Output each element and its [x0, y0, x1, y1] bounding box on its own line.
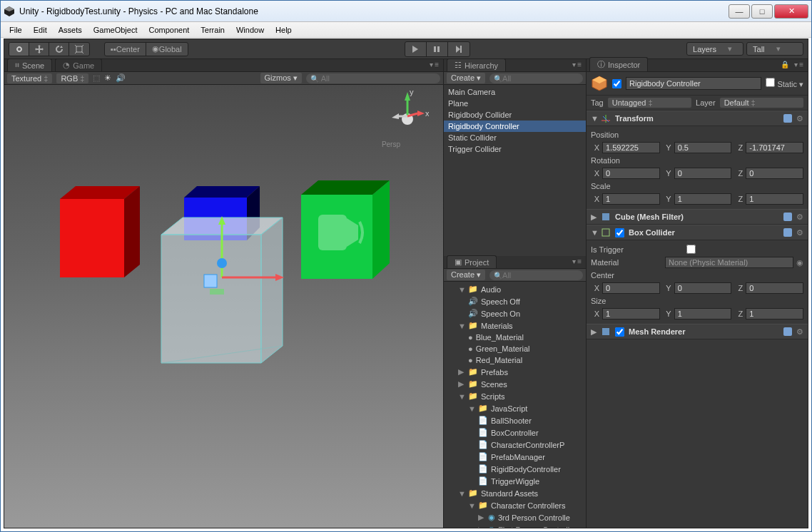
step-button[interactable]	[448, 42, 470, 56]
gameobject-active-checkbox[interactable]	[612, 79, 621, 88]
object-picker-icon[interactable]: ◉	[796, 258, 803, 267]
menu-edit[interactable]: Edit	[29, 24, 51, 36]
box-collider-enabled-checkbox[interactable]	[615, 228, 624, 237]
hierarchy-item-selected[interactable]: Rigidbody Controller	[444, 121, 586, 132]
window-minimize-button[interactable]: —	[729, 4, 750, 19]
mesh-renderer-enabled-checkbox[interactable]	[615, 327, 624, 337]
project-folder[interactable]: ▼📁Scripts	[444, 390, 586, 402]
help-icon[interactable]	[783, 327, 792, 336]
scene-tab[interactable]: ⌗Scene	[7, 58, 52, 71]
menu-terrain[interactable]: Terrain	[196, 24, 229, 36]
mesh-filter-component-header[interactable]: ▶ Cube (Mesh Filter) ⚙	[587, 209, 808, 225]
gameobject-name-field[interactable]	[626, 77, 761, 90]
scale-x-field[interactable]	[602, 193, 660, 205]
scene-panel-menu[interactable]: ▾≡	[430, 61, 440, 68]
tool-scale[interactable]	[69, 43, 89, 56]
project-folder[interactable]: ▼📁JavaScript	[444, 402, 586, 414]
menu-file[interactable]: File	[5, 24, 26, 36]
scene-viewport[interactable]: Persp x y	[4, 85, 443, 528]
window-maximize-button[interactable]: □	[751, 4, 773, 19]
project-panel-menu[interactable]: ▾≡	[572, 257, 583, 265]
position-x-field[interactable]	[602, 142, 660, 153]
project-folder[interactable]: ▼📁Audio	[444, 283, 586, 295]
scene-2d-toggle[interactable]: ⬚	[93, 73, 100, 83]
component-gear-icon[interactable]: ⚙	[796, 114, 803, 123]
rotation-y-field[interactable]	[674, 168, 732, 179]
project-folder[interactable]: ▼📁Standard Assets	[444, 487, 586, 499]
static-checkbox[interactable]	[766, 78, 775, 87]
size-y-field[interactable]	[674, 308, 732, 319]
project-asset[interactable]: ●Red_Material	[444, 354, 586, 366]
inspector-panel-menu[interactable]: 🔒 ▾≡	[781, 61, 805, 68]
project-asset[interactable]: 📄BoxController	[444, 426, 586, 439]
rotation-z-field[interactable]	[746, 168, 803, 179]
transform-component-header[interactable]: ▼ Transform ⚙	[587, 111, 808, 126]
center-z-field[interactable]	[746, 282, 803, 294]
rotation-x-field[interactable]	[602, 168, 660, 179]
hierarchy-item[interactable]: Plane	[444, 98, 586, 109]
menu-help[interactable]: Help	[271, 24, 296, 36]
scale-z-field[interactable]	[746, 193, 803, 205]
size-x-field[interactable]	[602, 308, 660, 319]
menu-assets[interactable]: Assets	[54, 24, 86, 36]
project-asset[interactable]: 🔊Speech Off	[444, 295, 586, 307]
tool-rotate[interactable]	[49, 43, 69, 56]
scene-search[interactable]: 🔍 All	[306, 73, 440, 83]
hierarchy-search[interactable]: 🔍All	[489, 73, 583, 83]
box-collider-component-header[interactable]: ▼ Box Collider ⚙	[587, 225, 808, 240]
project-create-dropdown[interactable]: Create ▾	[447, 270, 485, 280]
project-folder[interactable]: ▼📁Character Controllers	[444, 499, 586, 511]
layout-dropdown[interactable]: Tall▾	[746, 42, 803, 56]
help-icon[interactable]	[783, 114, 792, 123]
pivot-global-button[interactable]: ◉ Global	[146, 43, 188, 56]
physic-material-field[interactable]: None (Physic Material)	[665, 257, 793, 268]
project-asset[interactable]: ▶◉First Person Controll	[444, 523, 586, 528]
hierarchy-item[interactable]: Static Collider	[444, 132, 586, 143]
layers-dropdown[interactable]: Layers▾	[686, 42, 744, 56]
project-tab[interactable]: ▣Project	[447, 255, 497, 268]
project-folder[interactable]: ▶📁Scenes	[444, 378, 586, 390]
project-asset[interactable]: 📄RigidBodyController	[444, 463, 586, 475]
tool-move[interactable]	[29, 43, 49, 56]
size-z-field[interactable]	[746, 308, 803, 319]
hierarchy-item[interactable]: Trigger Collider	[444, 143, 586, 155]
inspector-tab[interactable]: ⓘInspector	[589, 57, 648, 71]
menu-component[interactable]: Component	[144, 24, 193, 36]
position-z-field[interactable]	[746, 142, 803, 153]
hierarchy-create-dropdown[interactable]: Create ▾	[447, 73, 485, 83]
project-asset[interactable]: 🔊Speech On	[444, 307, 586, 319]
scene-shading-dropdown[interactable]: Textured ‡	[7, 73, 52, 83]
gizmos-dropdown[interactable]: Gizmos ▾	[260, 73, 302, 83]
menu-window[interactable]: Window	[232, 24, 268, 36]
scale-y-field[interactable]	[674, 193, 732, 205]
project-asset[interactable]: ▶◉3rd Person Controlle	[444, 511, 586, 523]
position-y-field[interactable]	[674, 142, 732, 153]
project-asset[interactable]: ●Blue_Material	[444, 332, 586, 343]
mesh-renderer-component-header[interactable]: ▶ Mesh Renderer ⚙	[587, 324, 808, 339]
tag-dropdown[interactable]: Untagged ‡	[608, 98, 691, 108]
tool-hand[interactable]	[9, 43, 29, 56]
project-search[interactable]: 🔍All	[489, 270, 583, 280]
game-tab[interactable]: ◔Game	[55, 58, 102, 71]
project-asset[interactable]: 📄PrefabManager	[444, 451, 586, 463]
center-y-field[interactable]	[674, 282, 732, 294]
pause-button[interactable]	[427, 42, 448, 56]
hierarchy-tab[interactable]: ☷Hierarchy	[447, 58, 506, 71]
help-icon[interactable]	[783, 228, 792, 237]
center-x-field[interactable]	[602, 282, 660, 294]
project-asset[interactable]: 📄TriggerWiggle	[444, 475, 586, 487]
component-gear-icon[interactable]: ⚙	[796, 327, 803, 337]
play-button[interactable]	[405, 42, 427, 56]
window-close-button[interactable]: ✕	[774, 4, 808, 19]
component-gear-icon[interactable]: ⚙	[796, 213, 803, 222]
project-folder[interactable]: ▼📁Materials	[444, 319, 586, 332]
pivot-center-button[interactable]: ▪▪ Center	[105, 43, 146, 56]
project-folder[interactable]: ▶📁Prefabs	[444, 366, 586, 378]
menu-gameobject[interactable]: GameObject	[89, 24, 142, 36]
layer-dropdown[interactable]: Default ‡	[720, 98, 803, 108]
scene-light-toggle[interactable]: ☀	[104, 73, 111, 83]
help-icon[interactable]	[783, 213, 792, 221]
project-asset[interactable]: ●Green_Material	[444, 343, 586, 354]
scene-render-dropdown[interactable]: RGB ‡	[56, 73, 88, 83]
component-gear-icon[interactable]: ⚙	[796, 228, 803, 237]
